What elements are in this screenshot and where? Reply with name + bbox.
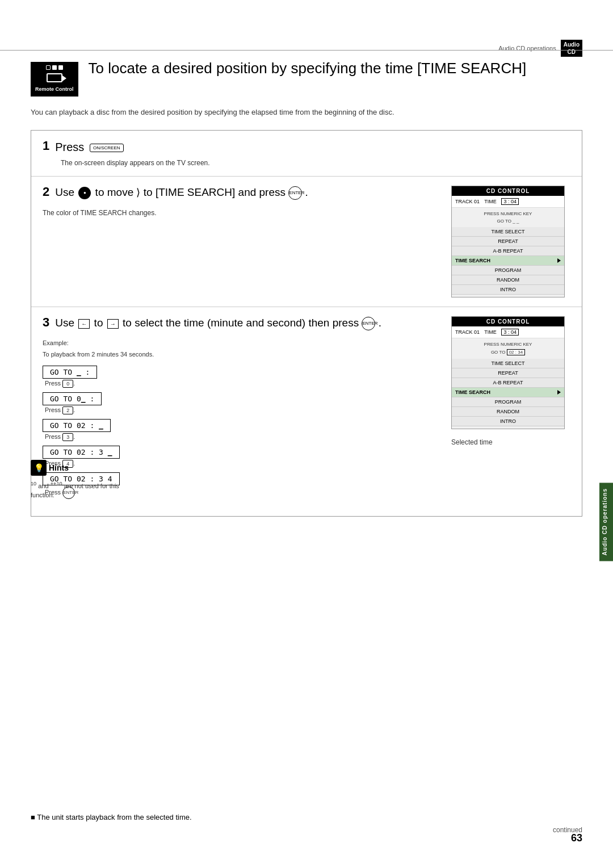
cd-press-row-2: PRESS NUMERIC KEY <box>452 210 564 217</box>
goto-row-2: GO TO 0_ : Press 2. <box>43 392 440 414</box>
cd-track-row-3: TRACK 01 TIME 3 : 04 <box>452 326 564 338</box>
left-arrow-icon: ← <box>78 319 90 329</box>
steps-container: 1 Press ON/SCREEN The on-screen display … <box>31 130 582 517</box>
arrow-right-icon-3 <box>557 390 561 395</box>
step-1-number: 1 <box>43 140 49 152</box>
cd-time-box-3: 3 : 04 <box>501 329 519 336</box>
step-3-number: 3 <box>43 316 49 329</box>
cd-track-row-2: TRACK 01 TIME 3 : 04 <box>452 196 564 208</box>
remote-control-icon: Remote Control <box>31 62 78 97</box>
step-1: 1 Press ON/SCREEN The on-screen display … <box>31 131 582 177</box>
step-3-instruction: Use ← to → to select the time (minute an… <box>55 316 381 330</box>
cd-goto-row-2: GO TO _ _ <box>452 217 564 225</box>
example-label: Example: <box>43 339 440 346</box>
sidebar-audio-cd-label: Audio CD operations <box>599 483 613 561</box>
cd-item-repeat-3: REPEAT <box>452 368 564 378</box>
cd-item-repeat-2: REPEAT <box>452 237 564 246</box>
press-icon-3: 3 <box>62 433 73 441</box>
cd-item-random-2: RANDOM <box>452 275 564 285</box>
step-1-header: 1 Press ON/SCREEN <box>43 140 570 154</box>
title-section: Remote Control To locate a desired posit… <box>31 60 582 97</box>
cd-goto-value: 02 : 34 <box>507 349 525 355</box>
cd-press-row-3: PRESS NUMERIC KEY <box>452 341 564 348</box>
step-1-instruction: Press ON/SCREEN <box>55 141 123 153</box>
press-icon-2: 2 <box>62 406 73 414</box>
step-2-cd-panel: CD CONTROL TRACK 01 TIME 3 : 04 PRESS NU… <box>451 186 570 297</box>
cd-control-header-3: CD CONTROL <box>452 317 564 326</box>
section-label: Audio CD operations <box>498 45 556 52</box>
cd-item-time-search-3: TIME SEARCH <box>452 388 564 397</box>
goto-display-1: GO TO _ : <box>43 366 97 379</box>
right-arrow-icon: → <box>107 319 119 329</box>
step-3-header: 3 Use ← to → to select the time (minute … <box>43 316 440 335</box>
step-1-content: Press ON/SCREEN <box>55 140 123 154</box>
onscreen-button-icon: ON/SCREEN <box>90 144 124 152</box>
page-number: 63 <box>571 832 582 844</box>
press-icon-1: 0 <box>62 380 73 388</box>
header-section: Audio CD operations AudioCD <box>498 40 582 57</box>
hints-title: 💡 Hints <box>31 460 130 476</box>
cd-items-2: TIME SELECT REPEAT A-B REPEAT TIME SEARC… <box>452 227 564 295</box>
enter-button-icon: ENTER <box>288 186 302 200</box>
cd-item-time-search-2: TIME SEARCH <box>452 256 564 266</box>
cd-item-program-3: PROGRAM <box>452 397 564 407</box>
goto-row-3: GO TO 02 : _ Press 3. <box>43 419 440 441</box>
press-label-3: Press 3. <box>45 433 440 441</box>
press-label-1: Press 0. <box>45 380 440 388</box>
hints-box: 💡 Hints 10 and ++10 are not used for thi… <box>31 460 130 500</box>
step-2-number: 2 <box>43 186 49 198</box>
enter-button-icon-3: ENTER <box>362 317 375 330</box>
goto-row-1: GO TO _ : Press 0. <box>43 366 440 388</box>
step-2-color-note: The color of TIME SEARCH changes. <box>43 209 440 217</box>
step-3-cd-panel: CD CONTROL TRACK 01 TIME 3 : 04 PRESS NU… <box>451 316 570 507</box>
cd-control-panel-2: CD CONTROL TRACK 01 TIME 3 : 04 PRESS NU… <box>451 186 565 297</box>
selected-time-label: Selected time <box>451 438 570 446</box>
cd-control-panel-3: CD CONTROL TRACK 01 TIME 3 : 04 PRESS NU… <box>451 316 565 429</box>
cd-item-ab-repeat-3: A-B REPEAT <box>452 378 564 388</box>
page-title: To locate a desired position by specifyi… <box>89 60 527 77</box>
cd-item-program-2: PROGRAM <box>452 266 564 275</box>
cd-item-intro-2: INTRO <box>452 285 564 295</box>
cd-body-2: PRESS NUMERIC KEY GO TO _ _ TIME SELECT … <box>452 208 564 297</box>
goto-display-3: GO TO 02 : _ <box>43 419 111 432</box>
step-2: 2 Use ● to move ⟩ to [TIME SEARCH] and p… <box>31 177 582 307</box>
press-label-2: Press 2. <box>45 406 440 414</box>
cd-time-box-2: 3 : 04 <box>501 198 519 205</box>
cd-item-ab-repeat-2: A-B REPEAT <box>452 246 564 256</box>
cd-body-3: PRESS NUMERIC KEY GO TO 02 : 34 TIME SEL… <box>452 338 564 429</box>
remote-control-label: Remote Control <box>35 86 74 93</box>
step-2-header: 2 Use ● to move ⟩ to [TIME SEARCH] and p… <box>43 186 440 204</box>
step-1-note: The on-screen display appears on the TV … <box>61 159 570 167</box>
goto-display-2: GO TO 0_ : <box>43 392 102 405</box>
cd-goto-row-3: GO TO 02 : 34 <box>452 348 564 357</box>
cd-items-3: TIME SELECT REPEAT A-B REPEAT TIME SEARC… <box>452 359 564 426</box>
bottom-note: The unit starts playback from the select… <box>31 813 582 821</box>
cd-control-header-2: CD CONTROL <box>452 186 564 196</box>
cd-item-time-select-3: TIME SELECT <box>452 359 564 368</box>
joystick-icon: ● <box>78 187 91 199</box>
cd-item-random-3: RANDOM <box>452 407 564 417</box>
hints-content: 10 and ++10 are not used for this functi… <box>31 480 130 500</box>
playback-note: To playback from 2 minutes 34 seconds. <box>43 351 440 358</box>
hints-icon: 💡 <box>31 460 47 476</box>
page-subtitle: You can playback a disc from the desired… <box>31 107 582 118</box>
step-2-left: 2 Use ● to move ⟩ to [TIME SEARCH] and p… <box>43 186 440 297</box>
audio-cd-badge: AudioCD <box>561 40 582 57</box>
header-divider <box>0 50 613 51</box>
goto-display-4: GO TO 02 : 3 _ <box>43 446 120 459</box>
cd-item-time-select-2: TIME SELECT <box>452 227 564 237</box>
arrow-right-icon <box>557 258 561 263</box>
arrow-icon: ⟩ <box>136 186 140 199</box>
step-2-instruction: Use ● to move ⟩ to [TIME SEARCH] and pre… <box>55 186 308 200</box>
cd-item-intro-3: INTRO <box>452 417 564 426</box>
main-content: Remote Control To locate a desired posit… <box>31 60 582 517</box>
